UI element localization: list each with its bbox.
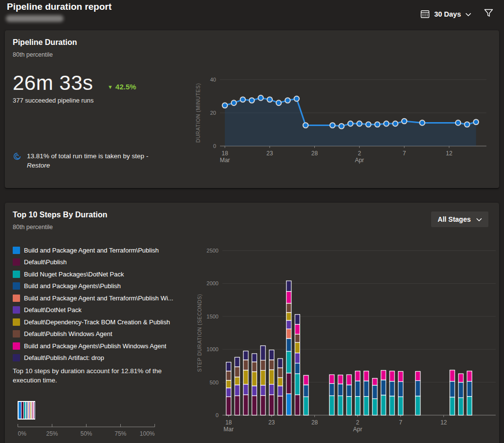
bar-segment[interactable] [398,371,403,381]
bar-segment[interactable] [261,370,265,385]
bar-segment[interactable] [416,396,420,415]
execution-share-segment[interactable] [26,402,27,419]
bar-segment[interactable] [261,396,265,415]
bar-segment[interactable] [295,334,300,342]
bar-segment[interactable] [355,397,360,415]
bar-segment[interactable] [278,378,283,386]
stages-filter-dropdown[interactable]: All Stages [431,211,488,227]
bar-segment[interactable] [243,351,248,360]
bar-segment[interactable] [235,377,240,385]
data-point[interactable] [393,121,398,127]
legend-item[interactable]: Build and Package Agents\Publish Windows… [13,340,194,352]
bar-segment[interactable] [467,381,472,397]
execution-share-segment[interactable] [29,402,30,419]
bar-segment[interactable] [295,363,300,374]
bar-segment[interactable] [278,359,283,368]
bar-segment[interactable] [295,315,300,324]
bar-segment[interactable] [261,385,265,396]
data-point[interactable] [348,121,353,127]
data-point[interactable] [249,98,255,103]
bar-segment[interactable] [450,381,455,397]
date-range-dropdown[interactable]: 30 Days [420,9,471,19]
bar-segment[interactable] [373,385,377,399]
bar-segment[interactable] [252,362,257,372]
bar-segment[interactable] [329,375,334,383]
bar-segment[interactable] [381,395,386,415]
bar-segment[interactable] [286,351,291,373]
bar-segment[interactable] [243,395,248,415]
bar-segment[interactable] [243,384,248,395]
bar-segment[interactable] [381,380,386,395]
bar-segment[interactable] [304,375,308,385]
execution-share-segment[interactable] [28,402,29,419]
bar-segment[interactable] [459,398,463,415]
legend-item[interactable]: Default\Publish [13,256,194,269]
bar-segment[interactable] [338,384,343,396]
bar-segment[interactable] [226,388,231,397]
data-point[interactable] [330,123,335,128]
bar-segment[interactable] [416,371,420,380]
bar-segment[interactable] [329,383,334,396]
bar-segment[interactable] [467,397,472,415]
data-point[interactable] [294,96,300,102]
data-point[interactable] [402,119,407,124]
data-point[interactable] [267,97,272,103]
bar-segment[interactable] [459,374,463,382]
bar-segment[interactable] [235,385,240,396]
legend-item[interactable]: Build Nuget Packages\DotNet Pack [13,268,194,280]
bar-segment[interactable] [286,338,291,351]
bar-segment[interactable] [235,357,240,367]
bar-segment[interactable] [338,375,343,384]
execution-share-segment[interactable] [30,402,31,419]
bar-segment[interactable] [373,379,377,385]
bar-segment[interactable] [373,399,377,415]
data-point[interactable] [456,120,461,126]
execution-share-segment[interactable] [22,402,23,419]
legend-item[interactable]: Default\Publish Windows Agent [13,328,194,340]
bar-segment[interactable] [286,320,291,329]
bar-segment[interactable] [261,346,265,360]
bar-segment[interactable] [286,373,291,394]
legend-item[interactable]: Default\DotNet Pack [13,304,194,316]
bar-segment[interactable] [467,371,472,381]
bar-segment[interactable] [381,370,386,380]
bar-segment[interactable] [450,370,455,381]
execution-share-segment[interactable] [24,402,25,419]
bar-segment[interactable] [226,380,231,388]
bar-segment[interactable] [398,397,403,415]
bar-segment[interactable] [243,370,248,384]
bar-segment[interactable] [252,372,257,386]
legend-item[interactable]: Default\Dependency-Track BOM Creation & … [13,316,194,328]
execution-share-segment[interactable] [33,402,33,419]
data-point[interactable] [339,124,344,129]
bar-segment[interactable] [269,370,274,384]
bar-segment[interactable] [261,360,265,370]
bar-segment[interactable] [295,353,300,363]
bar-segment[interactable] [252,386,257,396]
legend-item[interactable]: Build and Package Agent and Terraform\Pu… [13,292,194,304]
legend-item[interactable]: Build and Package Agents\Publish [13,280,194,293]
bar-segment[interactable] [235,367,240,377]
bar-segment[interactable] [364,397,369,415]
data-point[interactable] [240,97,245,103]
bar-segment[interactable] [329,396,334,415]
bar-segment[interactable] [364,381,369,397]
bar-segment[interactable] [269,350,274,360]
data-point[interactable] [222,103,228,108]
bar-segment[interactable] [286,281,291,292]
bar-segment[interactable] [338,396,343,415]
data-point[interactable] [303,123,308,128]
data-point[interactable] [384,121,389,127]
data-point[interactable] [464,122,470,127]
data-point[interactable] [419,120,425,126]
bar-segment[interactable] [286,292,291,303]
data-point[interactable] [231,100,237,105]
bar-segment[interactable] [235,396,240,415]
bar-segment[interactable] [226,397,231,415]
execution-share-segment[interactable] [19,402,21,419]
bar-segment[interactable] [450,397,455,415]
bar-segment[interactable] [416,380,420,396]
bar-segment[interactable] [355,381,360,397]
data-point[interactable] [258,95,263,101]
bar-segment[interactable] [252,396,257,415]
